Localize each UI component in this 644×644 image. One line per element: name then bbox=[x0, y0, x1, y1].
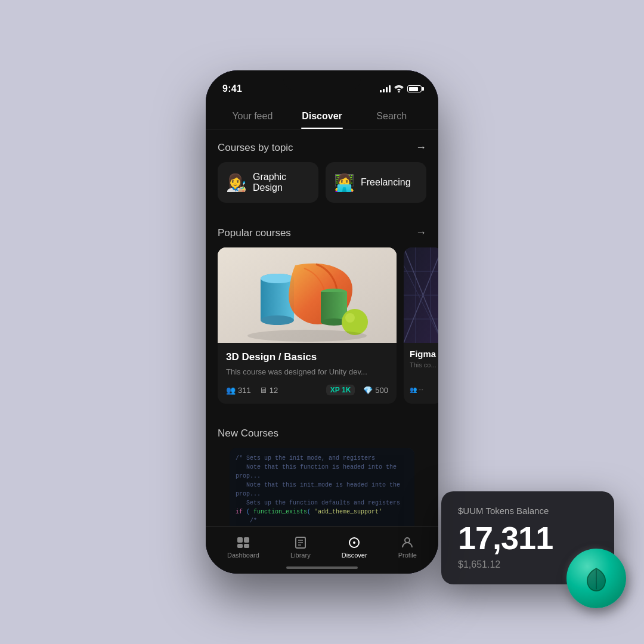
graphic-design-emoji: 👩‍🎨 bbox=[226, 173, 247, 193]
topics-row: 👩‍🎨 Graphic Design 👩‍💻 Freelancing bbox=[206, 162, 438, 215]
figma-partial-title: Figma bbox=[410, 349, 436, 359]
freelancing-label: Freelancing bbox=[361, 177, 411, 188]
coin-3d bbox=[566, 549, 626, 608]
course-image-3d bbox=[218, 247, 397, 343]
nav-label-profile: Profile bbox=[398, 552, 417, 559]
freelancing-emoji: 👩‍💻 bbox=[334, 173, 355, 193]
topic-card-freelancing[interactable]: 👩‍💻 Freelancing bbox=[326, 162, 426, 203]
library-icon bbox=[294, 536, 307, 549]
course-info-3d: 3D Design / Basics This course was desig… bbox=[218, 343, 397, 404]
new-courses-title: New Courses bbox=[218, 428, 278, 439]
new-courses-image[interactable]: /* Sets up the init mode, and registers … bbox=[230, 448, 414, 526]
code-text: /* Sets up the init mode, and registers … bbox=[236, 454, 408, 526]
svg-rect-20 bbox=[237, 537, 243, 543]
phone-shell: 9:41 Your feed bbox=[206, 70, 438, 574]
nav-item-library[interactable]: Library bbox=[281, 532, 320, 562]
tab-discover[interactable]: Discover bbox=[287, 105, 357, 129]
gem-stat: 💎 500 bbox=[363, 386, 388, 395]
popular-courses-title: Popular courses bbox=[218, 227, 291, 239]
home-indicator bbox=[286, 566, 358, 569]
svg-rect-21 bbox=[244, 537, 249, 543]
status-icons bbox=[380, 85, 422, 92]
courses-by-topic-title: Courses by topic bbox=[218, 142, 293, 154]
courses-by-topic-header: Courses by topic → bbox=[206, 129, 438, 162]
graphic-design-label: Graphic Design bbox=[253, 172, 310, 193]
svg-point-10 bbox=[247, 330, 367, 342]
nav-label-library: Library bbox=[290, 552, 311, 559]
token-card-title: $UUM Tokens Balance bbox=[458, 506, 597, 516]
coin-circle bbox=[566, 549, 626, 608]
nav-label-dashboard: Dashboard bbox=[227, 552, 259, 559]
nav-label-discover: Discover bbox=[342, 552, 367, 559]
stat-lessons: 🖥 12 bbox=[259, 386, 278, 395]
popular-courses-arrow[interactable]: → bbox=[416, 227, 426, 239]
courses-by-topic-arrow[interactable]: → bbox=[416, 141, 426, 154]
svg-point-29 bbox=[353, 541, 355, 544]
coin-leaf-icon bbox=[581, 564, 611, 593]
top-nav: Your feed Discover Search bbox=[206, 100, 438, 129]
course-stats-3d: 👥 311 🖥 12 XP 1K 💎 bbox=[226, 385, 388, 395]
course-card-3d-design[interactable]: 3D Design / Basics This course was desig… bbox=[218, 247, 397, 404]
svg-point-9 bbox=[345, 313, 355, 323]
stat-students: 👥 311 bbox=[226, 386, 251, 395]
svg-point-4 bbox=[261, 274, 294, 283]
course-desc-3d: This course was designed for Unity dev..… bbox=[226, 367, 388, 377]
scroll-content: Courses by topic → 👩‍🎨 Graphic Design 👩‍… bbox=[206, 129, 438, 526]
wifi-icon bbox=[394, 85, 404, 92]
students-icon: 👥 bbox=[226, 386, 236, 395]
popular-courses-header: Popular courses → bbox=[206, 215, 438, 247]
figma-partial-image bbox=[404, 247, 438, 343]
svg-point-3 bbox=[261, 315, 294, 325]
dashboard-icon bbox=[236, 536, 250, 549]
nav-item-dashboard[interactable]: Dashboard bbox=[218, 532, 269, 562]
new-courses-content: /* Sets up the init mode, and registers … bbox=[206, 448, 438, 526]
signal-icon bbox=[380, 85, 391, 92]
gem-icon: 💎 bbox=[363, 386, 373, 395]
discover-icon bbox=[348, 536, 361, 549]
course-card-figma-partial[interactable]: Figma This co... 👥 ··· bbox=[404, 247, 438, 404]
tab-feed[interactable]: Your feed bbox=[218, 105, 287, 129]
notch bbox=[283, 70, 361, 91]
tab-search[interactable]: Search bbox=[357, 105, 426, 129]
svg-point-30 bbox=[405, 538, 410, 543]
figma-partial-info: Figma This co... 👥 ··· bbox=[404, 343, 438, 393]
bottom-nav: Dashboard Library Discover bbox=[206, 526, 438, 574]
3d-shapes-svg bbox=[218, 247, 397, 343]
status-time: 9:41 bbox=[222, 83, 242, 94]
svg-rect-22 bbox=[237, 544, 243, 548]
figma-partial-desc: This co... bbox=[410, 361, 436, 369]
nav-item-profile[interactable]: Profile bbox=[389, 532, 426, 562]
battery-icon bbox=[407, 85, 422, 92]
lessons-icon: 🖥 bbox=[259, 386, 267, 395]
courses-row: 3D Design / Basics This course was desig… bbox=[206, 247, 438, 416]
code-background: /* Sets up the init mode, and registers … bbox=[230, 448, 414, 526]
course-title-3d: 3D Design / Basics bbox=[226, 351, 388, 363]
new-courses-header: New Courses bbox=[206, 416, 438, 448]
xp-badge: XP 1K bbox=[326, 385, 355, 395]
screen: 9:41 Your feed bbox=[206, 70, 438, 574]
figma-partial-stats: 👥 ··· bbox=[410, 386, 436, 393]
topic-card-graphic-design[interactable]: 👩‍🎨 Graphic Design bbox=[218, 162, 318, 203]
svg-rect-23 bbox=[244, 544, 249, 548]
profile-icon bbox=[401, 536, 414, 549]
nav-item-discover[interactable]: Discover bbox=[332, 532, 377, 562]
